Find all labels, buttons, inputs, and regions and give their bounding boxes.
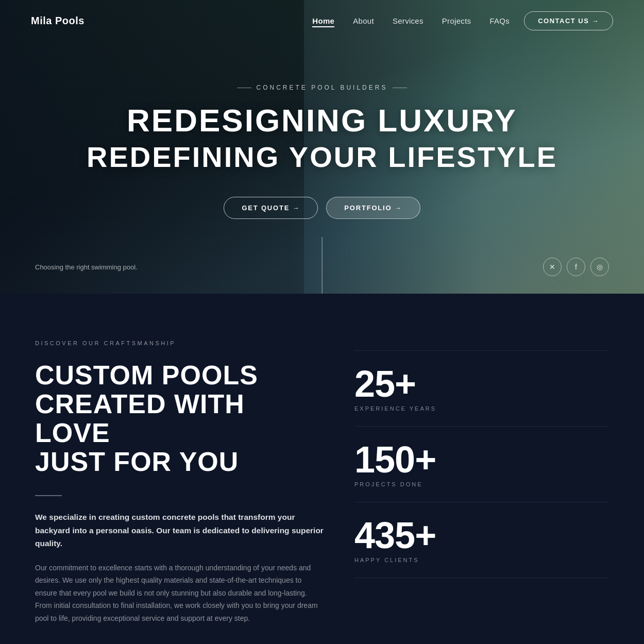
- main-nav: Mila Pools Home About Services Projects …: [0, 0, 644, 42]
- nav-item-about[interactable]: About: [353, 16, 374, 26]
- get-quote-button[interactable]: GET QUOTE →: [224, 197, 318, 219]
- craftsmanship-section: DISCOVER OUR CRAFTSMANSHIP CUSTOM POOLS …: [0, 294, 644, 644]
- craft-title-line3: JUST FOR YOU: [35, 447, 239, 477]
- nav-item-services[interactable]: Services: [393, 16, 423, 26]
- nav-link-about[interactable]: About: [353, 16, 374, 25]
- craft-title: CUSTOM POOLS CREATED WITH LOVE JUST FOR …: [35, 361, 324, 477]
- hero-title-line2: REDEFINING YOUR LIFESTYLE: [87, 141, 557, 173]
- nav-link-projects[interactable]: Projects: [442, 16, 471, 25]
- stat-projects: 150+ PROJECTS DONE: [354, 427, 609, 502]
- craft-right-col: 25+ EXPERIENCE YEARS 150+ PROJECTS DONE …: [354, 340, 609, 644]
- nav-link-faqs[interactable]: FAQs: [489, 16, 510, 25]
- brand-logo[interactable]: Mila Pools: [31, 15, 84, 27]
- hero-title-line1: REDESIGNING LUXURY: [127, 103, 517, 138]
- stat-experience-label: EXPERIENCE YEARS: [354, 405, 609, 412]
- hero-buttons: GET QUOTE → PORTFOLIO →: [224, 197, 420, 219]
- craft-body-bold: We specialize in creating custom concret…: [35, 511, 324, 550]
- hero-eyebrow: CONCRETE POOL BUILDERS: [237, 84, 408, 91]
- craft-title-line2: CREATED WITH LOVE: [35, 389, 245, 448]
- hero-title: REDESIGNING LUXURY REDEFINING YOUR LIFES…: [87, 103, 557, 174]
- nav-item-home[interactable]: Home: [312, 16, 334, 26]
- portfolio-button[interactable]: PORTFOLIO →: [326, 197, 420, 219]
- facebook-icon[interactable]: f: [567, 258, 585, 276]
- nav-item-projects[interactable]: Projects: [442, 16, 471, 26]
- craft-left-col: DISCOVER OUR CRAFTSMANSHIP CUSTOM POOLS …: [35, 340, 324, 644]
- stat-experience: 25+ EXPERIENCE YEARS: [354, 350, 609, 427]
- craft-body: Our commitment to excellence starts with…: [35, 562, 324, 625]
- nav-links: Home About Services Projects FAQs: [312, 16, 510, 26]
- stat-experience-number: 25+: [354, 365, 609, 402]
- craft-divider: [35, 495, 62, 497]
- stat-clients: 435+ HAPPY CLIENTS: [354, 502, 609, 578]
- instagram-icon[interactable]: ◎: [590, 258, 609, 276]
- twitter-icon[interactable]: ✕: [543, 258, 562, 276]
- craft-eyebrow: DISCOVER OUR CRAFTSMANSHIP: [35, 340, 324, 346]
- hero-tagline: Choosing the right swimming pool.: [35, 263, 138, 271]
- hero-line-accent: [321, 237, 323, 294]
- social-icons: ✕ f ◎: [543, 258, 609, 276]
- nav-item-faqs[interactable]: FAQs: [489, 16, 510, 26]
- contact-us-button[interactable]: CONTACT US →: [524, 11, 613, 30]
- hero-content: CONCRETE POOL BUILDERS REDESIGNING LUXUR…: [0, 42, 644, 219]
- craft-title-line1: CUSTOM POOLS: [35, 360, 258, 390]
- stat-clients-label: HAPPY CLIENTS: [354, 557, 609, 563]
- stat-projects-number: 150+: [354, 441, 609, 478]
- hero-section: Mila Pools Home About Services Projects …: [0, 0, 644, 294]
- nav-link-services[interactable]: Services: [393, 16, 423, 25]
- stat-clients-number: 435+: [354, 517, 609, 554]
- stat-projects-label: PROJECTS DONE: [354, 481, 609, 487]
- nav-link-home[interactable]: Home: [312, 16, 334, 27]
